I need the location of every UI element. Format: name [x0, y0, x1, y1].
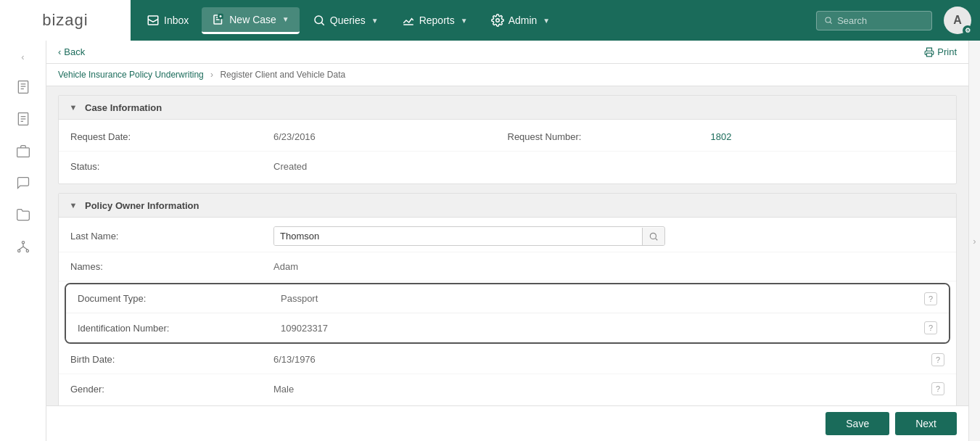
svg-point-11: [825, 17, 831, 22]
id-number-row: Identification Number: 109023317 ?: [66, 313, 949, 342]
sidebar-collapse-toggle[interactable]: ‹: [13, 46, 33, 67]
nav-queries[interactable]: Queries ▼: [302, 8, 389, 33]
print-icon: [924, 47, 934, 57]
gender-row: Gender: Male ?: [59, 374, 956, 403]
names-label: Names:: [70, 261, 273, 272]
content-area: ‹ Back Print Vehicle Insurance Policy Un…: [46, 41, 968, 441]
svg-line-27: [23, 247, 28, 250]
inbox-label: Inbox: [164, 15, 189, 26]
svg-line-12: [830, 22, 831, 23]
top-navigation: bizagi Inbox New Case ▼ Queries ▼ Report…: [0, 0, 980, 41]
names-value: Adam: [273, 261, 944, 272]
gender-label: Gender:: [70, 384, 273, 395]
sidebar-item-list[interactable]: [9, 104, 38, 133]
next-button[interactable]: Next: [895, 412, 957, 435]
print-link[interactable]: Print: [924, 46, 957, 57]
gender-value: Male: [273, 384, 931, 395]
main-layout: ‹ ‹ Back Print: [0, 41, 980, 441]
document-type-value: Passport: [281, 293, 924, 304]
last-name-label: Last Name:: [70, 231, 273, 242]
nav-reports[interactable]: Reports ▼: [392, 8, 478, 33]
admin-chevron: ▼: [543, 17, 550, 25]
nav-admin[interactable]: Admin ▼: [481, 8, 561, 33]
case-info-title: Case Information: [85, 102, 162, 113]
back-link[interactable]: ‹ Back: [58, 46, 85, 57]
nav-inbox[interactable]: Inbox: [136, 8, 199, 33]
breadcrumb-part1[interactable]: Vehicle Insurance Policy Underwriting: [58, 70, 204, 80]
svg-point-24: [26, 250, 28, 252]
highlighted-doc-section: Document Type: Passport ? Identification…: [65, 283, 950, 344]
svg-point-10: [495, 19, 499, 22]
birth-date-row: Birth Date: 6/13/1976 ?: [59, 345, 956, 374]
case-info-status-row: Status: Created: [59, 152, 956, 181]
sidebar-item-document[interactable]: [9, 73, 38, 102]
status-label: Status:: [70, 161, 273, 172]
document-type-label: Document Type:: [78, 293, 281, 304]
sidebar-item-chat[interactable]: [9, 168, 38, 197]
policy-owner-title: Policy Owner Information: [85, 200, 199, 211]
print-label: Print: [937, 46, 957, 57]
sidebar-item-network[interactable]: [9, 232, 38, 261]
nav-items: Inbox New Case ▼ Queries ▼ Reports ▼ Adm…: [136, 7, 971, 34]
queries-chevron: ▼: [371, 17, 379, 25]
id-number-label: Identification Number:: [78, 323, 281, 334]
case-info-collapse-icon[interactable]: ▼: [67, 102, 79, 113]
last-name-row: Last Name:: [59, 220, 956, 252]
sidebar-item-folder[interactable]: [9, 200, 38, 229]
policy-owner-collapse-icon[interactable]: ▼: [67, 199, 79, 211]
back-label: Back: [64, 46, 85, 57]
last-name-search-button[interactable]: [642, 228, 664, 245]
request-number-value: 1802: [711, 131, 945, 142]
policy-owner-body: Last Name: Names:: [59, 218, 956, 405]
content-topbar: ‹ Back Print: [46, 41, 968, 64]
new-case-label: New Case: [229, 14, 276, 25]
gender-help-icon[interactable]: ?: [931, 382, 944, 395]
policy-owner-section: ▼ Policy Owner Information Last Name:: [58, 193, 957, 405]
birth-date-help-icon[interactable]: ?: [931, 353, 944, 366]
form-content: ▼ Case Information Request Date: 6/23/20…: [46, 86, 968, 405]
svg-rect-28: [927, 53, 932, 57]
svg-rect-13: [18, 81, 28, 94]
logo: bizagi: [42, 11, 88, 30]
case-information-section: ▼ Case Information Request Date: 6/23/20…: [58, 95, 957, 184]
save-button[interactable]: Save: [825, 412, 889, 435]
queries-label: Queries: [330, 15, 366, 26]
new-case-chevron: ▼: [282, 15, 289, 23]
gear-icon: ⚙: [963, 25, 973, 36]
breadcrumb-separator: ›: [210, 70, 213, 80]
admin-label: Admin: [508, 15, 538, 26]
case-info-body: Request Date: 6/23/2016 Request Number: …: [59, 120, 956, 184]
breadcrumb-part2: Register Client and Vehicle Data: [220, 70, 345, 80]
svg-line-26: [19, 247, 23, 250]
reports-chevron: ▼: [461, 17, 468, 25]
request-date-value: 6/23/2016: [273, 131, 508, 142]
avatar[interactable]: A ⚙: [944, 7, 971, 34]
right-sidebar-handle[interactable]: ›: [968, 41, 980, 441]
names-row: Names: Adam: [59, 252, 956, 281]
svg-point-29: [650, 233, 656, 239]
case-info-request-date-row: Request Date: 6/23/2016 Request Number: …: [59, 123, 956, 152]
document-type-help-icon[interactable]: ?: [924, 292, 937, 305]
last-name-input[interactable]: [274, 227, 642, 245]
svg-point-23: [17, 250, 20, 252]
search-input[interactable]: [837, 15, 924, 26]
request-number-label: Request Number:: [508, 131, 711, 142]
id-number-value: 109023317: [281, 323, 924, 334]
svg-point-22: [22, 242, 24, 244]
policy-owner-header: ▼ Policy Owner Information: [59, 194, 956, 218]
birth-date-value: 6/13/1976: [273, 354, 931, 365]
sidebar-item-briefcase[interactable]: [9, 136, 38, 165]
breadcrumb: Vehicle Insurance Policy Underwriting › …: [46, 64, 968, 86]
bottom-bar: Save Next: [46, 405, 968, 441]
birth-date-label: Birth Date:: [70, 354, 273, 365]
svg-line-8: [321, 22, 324, 25]
search-bar[interactable]: [816, 11, 932, 30]
nav-new-case[interactable]: New Case ▼: [202, 7, 300, 34]
reports-label: Reports: [419, 15, 455, 26]
document-type-row: Document Type: Passport ?: [66, 284, 949, 313]
id-number-help-icon[interactable]: ?: [924, 321, 937, 334]
case-info-header: ▼ Case Information: [59, 96, 956, 120]
left-sidebar: ‹: [0, 41, 46, 441]
back-chevron-icon: ‹: [58, 46, 61, 57]
status-value: Created: [273, 161, 944, 172]
